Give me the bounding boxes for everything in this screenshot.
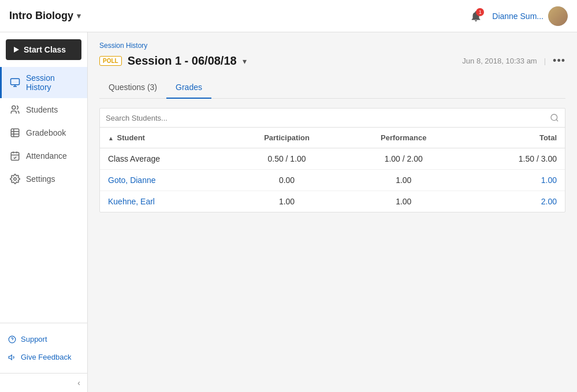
student-name-0: Goto, Dianne: [100, 170, 229, 191]
session-history-icon: [10, 77, 20, 88]
sidebar-item-label: Students: [26, 105, 58, 114]
support-label: Support: [21, 335, 47, 344]
participation-0: 0.00: [229, 170, 345, 191]
sidebar-item-label: Settings: [26, 174, 55, 184]
sidebar-bottom: Support Give Feedback: [0, 323, 87, 373]
main-layout: Start Class Session History: [0, 32, 577, 392]
sidebar-item-session-history[interactable]: Session History: [0, 67, 87, 98]
session-dropdown-icon[interactable]: ▾: [243, 57, 247, 66]
more-options-button[interactable]: •••: [553, 55, 565, 67]
sidebar-item-label: Attendance: [26, 151, 67, 160]
app-title-text: Intro Biology: [9, 10, 73, 22]
avatar: [548, 6, 568, 26]
feedback-icon: [8, 353, 16, 361]
notification-button[interactable]: 1: [467, 7, 485, 25]
svg-rect-8: [11, 152, 19, 160]
students-icon: [10, 104, 20, 115]
top-header: Intro Biology ▾ 1 Dianne Sum...: [0, 0, 577, 32]
participation-1: 1.00: [229, 191, 345, 212]
feedback-label: Give Feedback: [21, 353, 71, 361]
sidebar-item-label: Gradebook: [26, 128, 66, 137]
column-student[interactable]: ▲ Student: [100, 128, 229, 148]
app-title[interactable]: Intro Biology ▾: [9, 10, 81, 22]
svg-marker-15: [9, 354, 12, 359]
tab-grades[interactable]: Grades: [166, 77, 211, 99]
user-name: Dianne Sum...: [492, 12, 544, 21]
attendance-icon: [10, 151, 20, 161]
session-datetime: Jun 8, 2018, 10:33 am: [462, 57, 537, 65]
table-row: Goto, Dianne 0.00 1.00 1.00: [100, 170, 565, 191]
search-icon: [550, 113, 559, 122]
table-row: Kuehne, Earl 1.00 1.00 2.00: [100, 191, 565, 212]
sidebar-item-students[interactable]: Students: [0, 98, 87, 121]
play-icon: [14, 47, 19, 53]
content-inner: Session History POLL Session 1 - 06/08/1…: [88, 32, 577, 392]
svg-line-17: [556, 120, 558, 121]
sidebar: Start Class Session History: [0, 32, 88, 392]
tabs: Questions (3) Grades: [99, 77, 565, 99]
session-meta: Jun 8, 2018, 10:33 am | •••: [462, 55, 565, 67]
tab-questions[interactable]: Questions (3): [99, 77, 166, 99]
student-link-0[interactable]: Goto, Dianne: [108, 176, 156, 185]
svg-rect-0: [11, 79, 20, 85]
column-total[interactable]: Total: [462, 128, 565, 148]
header-right: 1 Dianne Sum...: [467, 6, 568, 26]
grades-table-container: ▲ Student Participation Performance Tota…: [99, 108, 565, 212]
session-title-area: POLL Session 1 - 06/08/18 ▾: [99, 54, 247, 68]
support-link[interactable]: Support: [0, 330, 87, 348]
sidebar-item-gradebook[interactable]: Gradebook: [0, 121, 87, 144]
avg-total: 1.50 / 3.00: [462, 148, 565, 170]
student-link-1[interactable]: Kuehne, Earl: [108, 197, 155, 206]
avg-label: Class Average: [100, 148, 229, 170]
nav-items: Session History Students: [0, 67, 87, 323]
app-title-chevron-icon[interactable]: ▾: [77, 12, 81, 20]
svg-point-16: [551, 114, 557, 121]
sidebar-item-settings[interactable]: Settings: [0, 167, 87, 191]
feedback-link[interactable]: Give Feedback: [0, 348, 87, 366]
grades-table: ▲ Student Participation Performance Tota…: [100, 128, 565, 212]
class-average-row: Class Average 0.50 / 1.00 1.00 / 2.00 1.…: [100, 148, 565, 170]
support-icon: [8, 335, 16, 344]
svg-point-3: [12, 106, 16, 109]
session-header: POLL Session 1 - 06/08/18 ▾ Jun 8, 2018,…: [99, 54, 565, 68]
collapse-icon: ‹: [77, 378, 80, 387]
avg-performance: 1.00 / 2.00: [345, 148, 462, 170]
gradebook-icon: [10, 128, 20, 138]
svg-rect-4: [11, 129, 19, 137]
column-performance[interactable]: Performance: [345, 128, 462, 148]
breadcrumb[interactable]: Session History: [99, 42, 565, 50]
avg-participation: 0.50 / 1.00: [229, 148, 345, 170]
sidebar-collapse-button[interactable]: ‹: [0, 373, 87, 392]
avatar-image: [548, 6, 568, 26]
student-name-1: Kuehne, Earl: [100, 191, 229, 212]
total-1[interactable]: 2.00: [462, 191, 565, 212]
performance-0: 1.00: [345, 170, 462, 191]
sidebar-item-label: Session History: [26, 73, 79, 92]
search-bar: [100, 109, 565, 128]
start-class-button[interactable]: Start Class: [6, 39, 81, 60]
start-class-label: Start Class: [24, 45, 66, 54]
content-area: Session History POLL Session 1 - 06/08/1…: [88, 32, 577, 392]
performance-1: 1.00: [345, 191, 462, 212]
sidebar-item-attendance[interactable]: Attendance: [0, 144, 87, 167]
search-input[interactable]: [106, 114, 545, 122]
poll-badge: POLL: [99, 56, 122, 66]
user-menu[interactable]: Dianne Sum...: [492, 6, 568, 26]
settings-icon: [10, 174, 20, 184]
column-participation[interactable]: Participation: [229, 128, 345, 148]
table-header-row: ▲ Student Participation Performance Tota…: [100, 128, 565, 148]
total-0[interactable]: 1.00: [462, 170, 565, 191]
svg-point-12: [14, 178, 17, 181]
session-title: Session 1 - 06/08/18: [128, 54, 237, 68]
notification-badge: 1: [476, 8, 484, 16]
